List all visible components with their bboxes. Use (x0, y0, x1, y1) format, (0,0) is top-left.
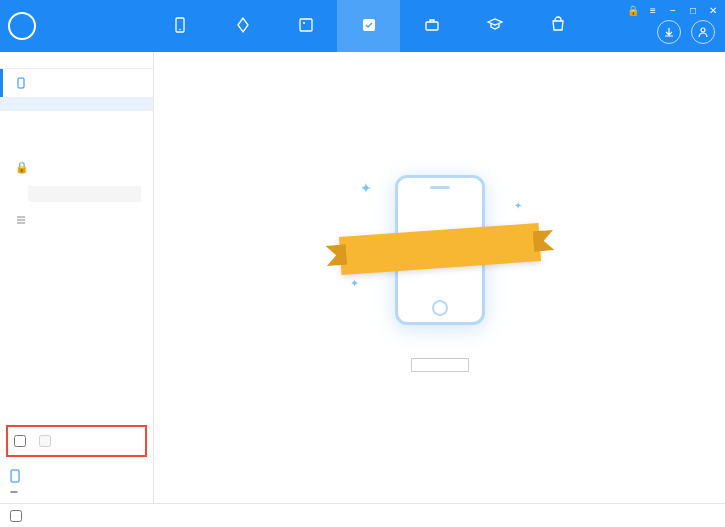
minimize-icon[interactable]: − (667, 4, 679, 16)
ringtone-icon (297, 16, 315, 34)
nav-toolbox[interactable] (400, 0, 463, 52)
device-icon (10, 469, 20, 483)
new-ribbon (338, 223, 540, 275)
sidebar-item-other-tools[interactable] (0, 234, 153, 248)
sidebar-item-itunes-flash[interactable] (0, 111, 153, 125)
tutorial-icon (486, 16, 504, 34)
svg-rect-7 (18, 78, 24, 88)
nav-store[interactable] (526, 0, 589, 52)
device-name[interactable] (10, 469, 143, 483)
user-button[interactable] (691, 20, 715, 44)
nav-ringtone-wallpaper[interactable] (274, 0, 337, 52)
close-icon[interactable]: ✕ (707, 4, 719, 16)
toolbox-icon (423, 16, 441, 34)
device-icon (171, 16, 189, 34)
connection-status (0, 52, 153, 69)
svg-rect-8 (11, 470, 19, 482)
svg-rect-2 (300, 19, 312, 31)
nav-my-device[interactable] (148, 0, 211, 52)
skip-guide-checkbox[interactable] (39, 435, 54, 447)
sidebar-item-download-firmware[interactable] (0, 248, 153, 262)
svg-point-6 (701, 28, 705, 32)
store-icon (549, 16, 567, 34)
app-header: 🔒 ≡ − □ ✕ (0, 0, 725, 52)
sidebar-header-flash[interactable] (0, 69, 153, 97)
sparkle-icon: ✦ (350, 277, 359, 290)
ok-button[interactable] (411, 358, 469, 372)
apps-icon (234, 16, 252, 34)
flash-icon (360, 16, 378, 34)
logo-icon (8, 12, 36, 40)
lock-icon[interactable]: 🔒 (627, 4, 639, 16)
device-info (0, 463, 153, 503)
download-button[interactable] (657, 20, 681, 44)
window-controls: 🔒 ≡ − □ ✕ (627, 4, 719, 16)
top-nav (148, 0, 589, 52)
sidebar-item-pro-flash[interactable] (0, 125, 153, 139)
sparkle-icon: ✦ (514, 200, 522, 211)
sidebar-item-advanced[interactable] (0, 262, 153, 276)
logo-area (8, 12, 148, 40)
main-content: ✦ ✦ ✦ (154, 52, 725, 503)
sidebar-item-oneclick-flash[interactable] (0, 97, 153, 111)
success-illustration: ✦ ✦ ✦ (350, 170, 530, 330)
jailbreak-note (28, 186, 141, 202)
svg-point-3 (303, 22, 305, 24)
sparkle-icon: ✦ (360, 180, 372, 196)
auto-activate-checkbox[interactable] (14, 435, 29, 447)
maximize-icon[interactable]: □ (687, 4, 699, 16)
block-itunes-checkbox[interactable] (10, 510, 25, 522)
svg-point-1 (179, 29, 181, 31)
lock-icon: 🔒 (15, 161, 29, 174)
phone-icon (15, 77, 27, 89)
sidebar-item-batch-flash[interactable] (0, 139, 153, 153)
nav-apps-games[interactable] (211, 0, 274, 52)
nav-tutorial[interactable] (463, 0, 526, 52)
list-icon (15, 214, 27, 226)
svg-rect-5 (426, 22, 438, 30)
device-storage (10, 491, 18, 493)
menu-icon[interactable]: ≡ (647, 4, 659, 16)
checkbox-highlight-box (6, 425, 147, 457)
sidebar-header-more[interactable] (0, 206, 153, 234)
sidebar-header-jailbreak: 🔒 (0, 153, 153, 182)
sidebar: 🔒 (0, 52, 154, 503)
footer (0, 503, 725, 527)
nav-smart-flash[interactable] (337, 0, 400, 52)
